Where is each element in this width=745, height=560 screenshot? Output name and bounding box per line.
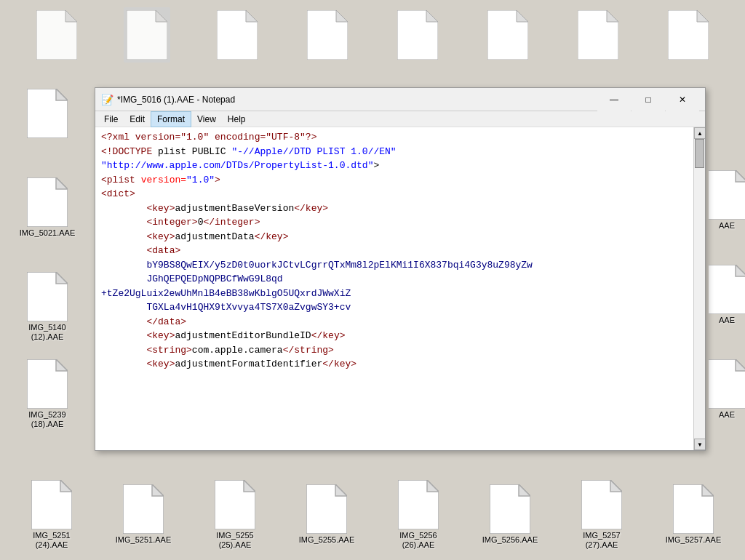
svg-marker-1: [65, 10, 77, 22]
svg-marker-5: [246, 10, 258, 22]
icon-right-2-label: AAE: [719, 316, 735, 325]
icon-img5239[interactable]: IMG_5239(18).AAE: [7, 356, 87, 432]
menu-edit[interactable]: Edit: [124, 111, 151, 127]
desktop-icon-top-7[interactable]: [575, 7, 621, 63]
menu-view[interactable]: View: [191, 111, 222, 127]
icon-img5140-label: IMG_5140(12).AAE: [28, 323, 65, 342]
icon-img5021-label: IMG_5021.AAE: [20, 228, 75, 238]
desktop-icon-top-6[interactable]: [485, 7, 531, 63]
notepad-icon: 📝: [101, 94, 113, 105]
icon-img5255-25-label: IMG_5255(25).AAE: [216, 531, 253, 550]
icon-right-1[interactable]: AAE: [709, 167, 745, 233]
window-controls: — □ ✕: [597, 88, 699, 111]
icon-img5251-24-label: IMG_5251(24).AAE: [33, 531, 70, 550]
svg-marker-25: [736, 170, 745, 182]
desktop: IMG_5021.AAE IMG_5140(12).AAE IMG_5239(1…: [0, 0, 745, 560]
svg-marker-33: [152, 484, 164, 496]
desktop-icon-top-4[interactable]: [304, 7, 351, 63]
icon-right-3-label: AAE: [719, 410, 735, 420]
menu-help[interactable]: Help: [222, 111, 252, 127]
svg-marker-45: [702, 484, 714, 496]
scrollbar-track[interactable]: [694, 139, 705, 439]
notepad-window: 📝 *IMG_5016 (1).AAE - Notepad — □ ✕ File…: [95, 87, 706, 451]
svg-marker-31: [60, 480, 72, 492]
svg-marker-13: [607, 10, 618, 22]
menu-format[interactable]: Format: [151, 111, 191, 127]
icon-right-1-label: AAE: [719, 221, 735, 231]
desktop-icon-top-5[interactable]: [394, 7, 441, 63]
icon-right-3[interactable]: AAE: [709, 356, 745, 423]
notepad-text[interactable]: <?xml version="1.0" encoding="UTF-8"?> <…: [95, 127, 693, 450]
icon-img5251-label: IMG_5251.AAE: [116, 535, 171, 545]
svg-marker-7: [336, 10, 348, 22]
icon-img5256-label: IMG_5256.AAE: [482, 535, 538, 545]
svg-marker-35: [244, 480, 255, 492]
svg-marker-23: [56, 359, 68, 371]
icon-img5257[interactable]: IMG_5257.AAE: [648, 477, 739, 553]
svg-marker-27: [736, 265, 745, 276]
desktop-icon-top-8[interactable]: [665, 7, 712, 63]
svg-marker-37: [335, 484, 347, 496]
svg-marker-43: [610, 480, 622, 492]
vertical-scrollbar[interactable]: ▲ ▼: [693, 127, 705, 450]
svg-marker-3: [156, 10, 167, 22]
scroll-up-button[interactable]: ▲: [694, 127, 705, 139]
icon-brkq6038[interactable]: [7, 86, 87, 143]
icon-right-2[interactable]: AAE: [709, 262, 745, 328]
svg-marker-19: [56, 177, 68, 189]
icon-img5256-26-label: IMG_5256(26).AAE: [399, 531, 437, 550]
title-bar: 📝 *IMG_5016 (1).AAE - Notepad — □ ✕: [95, 88, 705, 111]
icon-img5255[interactable]: IMG_5255.AAE: [281, 477, 372, 553]
close-button[interactable]: ✕: [666, 88, 699, 111]
icon-img5256[interactable]: IMG_5256.AAE: [464, 477, 556, 553]
svg-marker-39: [427, 480, 439, 492]
desktop-icon-top-1[interactable]: [33, 7, 80, 63]
icon-img5251[interactable]: IMG_5251.AAE: [97, 477, 189, 553]
desktop-icon-top-2[interactable]: [124, 7, 170, 63]
svg-marker-29: [736, 359, 745, 371]
notepad-content-area: <?xml version="1.0" encoding="UTF-8"?> <…: [95, 127, 705, 450]
maximize-button[interactable]: □: [632, 88, 665, 111]
icon-img5140[interactable]: IMG_5140(12).AAE: [7, 269, 87, 345]
icon-img5021[interactable]: IMG_5021.AAE: [7, 175, 87, 241]
svg-marker-41: [519, 484, 530, 496]
icon-img5256-26[interactable]: IMG_5256(26).AAE: [372, 477, 464, 553]
svg-marker-11: [517, 10, 528, 22]
xml-content: <?xml version="1.0" encoding="UTF-8"?> <…: [101, 130, 688, 372]
title-bar-text: *IMG_5016 (1).AAE - Notepad: [117, 95, 597, 105]
svg-marker-17: [56, 89, 68, 100]
icon-img5251-24[interactable]: IMG_5251(24).AAE: [6, 477, 97, 553]
svg-marker-9: [426, 10, 438, 22]
scroll-down-button[interactable]: ▼: [694, 439, 705, 450]
menu-file[interactable]: File: [98, 111, 124, 127]
desktop-icon-top-3[interactable]: [214, 7, 260, 63]
menu-bar: File Edit Format View Help: [95, 111, 705, 127]
scrollbar-thumb[interactable]: [695, 139, 704, 168]
icon-img5239-label: IMG_5239(18).AAE: [28, 410, 65, 429]
minimize-button[interactable]: —: [597, 88, 631, 111]
svg-marker-15: [697, 10, 709, 22]
icon-img5257-27[interactable]: IMG_5257(27).AAE: [556, 477, 648, 553]
icon-img5255-label: IMG_5255.AAE: [299, 535, 354, 545]
icon-img5255-25[interactable]: IMG_5255(25).AAE: [189, 477, 281, 553]
svg-marker-21: [56, 272, 68, 284]
icon-img5257-27-label: IMG_5257(27).AAE: [583, 531, 620, 550]
icon-img5257-label: IMG_5257.AAE: [666, 535, 721, 545]
